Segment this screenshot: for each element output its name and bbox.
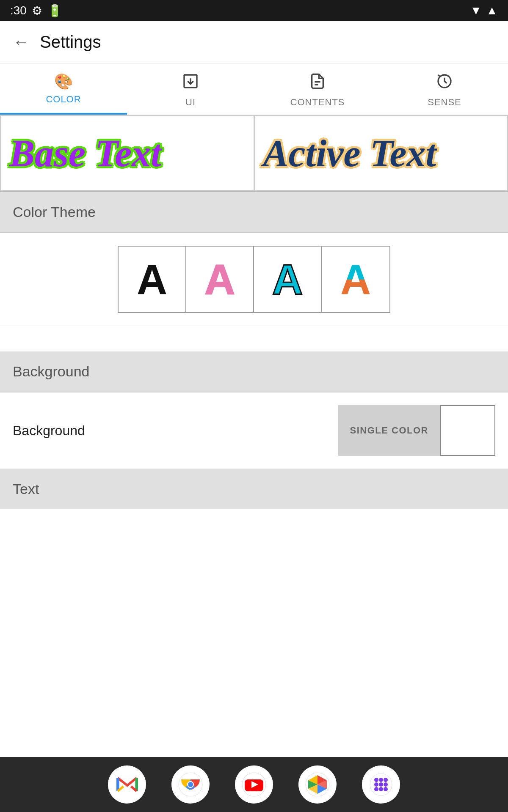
tab-contents-label: CONTENTS [290, 97, 345, 108]
battery-icon: 🔋 [47, 4, 62, 18]
status-right: ▼ ▲ [470, 4, 498, 17]
bottom-nav [0, 757, 508, 812]
theme-letter-pink: A [204, 258, 235, 301]
tab-ui-label: UI [185, 97, 196, 108]
svg-line-5 [438, 75, 439, 76]
settings-icon: ⚙ [32, 4, 42, 18]
color-theme-area: A A A A [0, 233, 508, 326]
color-swatch[interactable] [440, 405, 495, 456]
document-icon [309, 73, 326, 93]
base-text-preview[interactable]: Base Text [0, 115, 254, 191]
top-bar: ← Settings [0, 21, 508, 63]
apps-nav-icon[interactable] [362, 765, 400, 804]
svg-point-20 [384, 782, 388, 787]
palette-icon: 🎨 [54, 73, 73, 91]
tab-ui[interactable]: UI [127, 63, 254, 115]
svg-point-21 [374, 787, 378, 791]
tabs-bar: 🎨 COLOR UI CONTENTS [0, 63, 508, 115]
signal-icon: ▲ [486, 4, 498, 17]
theme-option-black[interactable]: A [119, 247, 186, 312]
theme-letter-cyan: A [272, 258, 303, 301]
svg-point-18 [374, 782, 378, 787]
status-bar: :30 ⚙ 🔋 ▼ ▲ [0, 0, 508, 21]
svg-point-16 [379, 778, 383, 782]
background-section: Background SINGLE COLOR [0, 392, 508, 469]
svg-point-9 [188, 782, 193, 787]
single-color-button[interactable]: SINGLE COLOR [338, 405, 440, 456]
download-box-icon [182, 73, 199, 93]
background-section-header: Background [0, 351, 508, 392]
theme-option-pink[interactable]: A [186, 247, 254, 312]
tab-sense-label: SENSE [428, 97, 461, 108]
theme-option-multicolor[interactable]: A [322, 247, 389, 312]
wifi-icon: ▼ [470, 4, 482, 17]
active-text-preview[interactable]: Active Text [254, 115, 508, 191]
status-time: :30 [10, 4, 27, 17]
background-row-controls: SINGLE COLOR [338, 405, 495, 456]
theme-options: A A A A [118, 246, 390, 313]
base-text: Base Text [9, 132, 161, 175]
tab-color-label: COLOR [46, 94, 81, 105]
theme-option-cyan[interactable]: A [254, 247, 322, 312]
theme-letter-black: A [137, 258, 167, 301]
background-row: Background SINGLE COLOR [0, 392, 508, 469]
tab-sense[interactable]: SENSE [381, 63, 508, 115]
clock-circle-icon [436, 73, 453, 93]
youtube-nav-icon[interactable] [235, 765, 273, 804]
svg-point-19 [379, 782, 383, 787]
svg-point-22 [379, 787, 383, 791]
tab-contents[interactable]: CONTENTS [254, 63, 381, 115]
status-left: :30 ⚙ 🔋 [10, 4, 62, 18]
tab-color[interactable]: 🎨 COLOR [0, 63, 127, 115]
back-button[interactable]: ← [13, 33, 30, 52]
page-title: Settings [40, 33, 101, 52]
photos-nav-icon[interactable] [298, 765, 337, 804]
background-row-label: Background [13, 423, 338, 439]
preview-area: Base Text Active Text [0, 115, 508, 192]
svg-point-15 [374, 778, 378, 782]
active-text: Active Text [263, 132, 436, 175]
svg-point-17 [384, 778, 388, 782]
chrome-nav-icon[interactable] [171, 765, 210, 804]
text-section-header: Text [0, 469, 508, 509]
svg-point-23 [384, 787, 388, 791]
gmail-nav-icon[interactable] [108, 765, 146, 804]
color-theme-section-header: Color Theme [0, 192, 508, 233]
theme-letter-multicolor: A [340, 258, 371, 301]
